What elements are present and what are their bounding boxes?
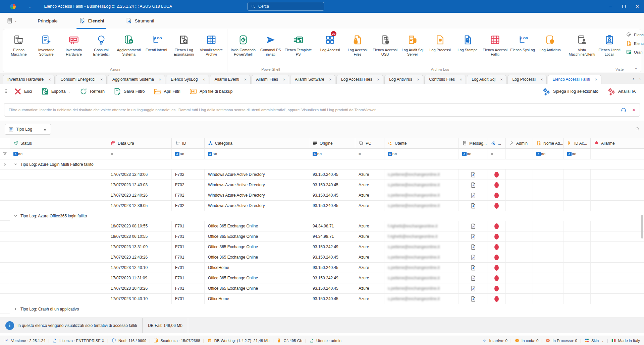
ribbon-item-vista-macchine-utenti[interactable]: Vista Macchine/Utenti — [568, 32, 596, 57]
column-header-messaggio[interactable]: Messag... — [459, 138, 487, 149]
message-a-icon[interactable]: A — [470, 254, 476, 261]
table-row[interactable]: 17/07/2023 12:43:10F701OfficeHome93.150.… — [0, 263, 644, 273]
ribbon-item-aggiornamenti-sistema[interactable]: Aggiornamenti Sistema — [115, 32, 143, 57]
doc-tab-elenco-syslog[interactable]: Elenco SysLog✕ — [166, 75, 209, 84]
filter-cell-admin[interactable] — [506, 149, 533, 159]
grid-search-icon[interactable] — [635, 127, 640, 132]
close-tab-icon[interactable]: ✕ — [595, 78, 597, 81]
close-tab-icon[interactable]: ✕ — [159, 78, 161, 81]
filter-cell-origine[interactable]: aBC — [309, 149, 355, 159]
titlebar-chevron-icon[interactable]: ⌄ — [29, 5, 31, 8]
filter-cell-id[interactable]: aBC — [172, 149, 205, 159]
table-row[interactable]: 17/07/2023 10:43:10F701OfficeHome93.150.… — [0, 294, 644, 304]
column-header-id[interactable]: LOGID — [172, 138, 205, 149]
tab-scroll-right-icon[interactable]: › — [639, 77, 641, 81]
ribbon-item-elenco-syslog[interactable]: LOGElenco SysLog — [509, 32, 536, 52]
app-menu-button[interactable]: ⌄ — [7, 17, 17, 24]
message-a-icon[interactable]: A — [470, 296, 476, 302]
ribbon-item-log-accessi-files[interactable]: Log Accessi Files — [344, 32, 371, 57]
column-header-origine[interactable]: Origine — [309, 138, 355, 149]
doc-tab-aggiornamenti-sistema[interactable]: Aggiornamenti Sistema✕ — [108, 75, 165, 84]
toolbar-button-apri-file-di-backup[interactable]: Apri file di backup — [185, 86, 237, 97]
vertical-scrollbar[interactable] — [641, 215, 643, 238]
message-a-icon[interactable]: A — [470, 192, 476, 199]
chevron-down-icon[interactable] — [13, 214, 18, 218]
tab-scroll-left-icon[interactable]: ‹ — [633, 77, 634, 81]
group-header-row[interactable]: Tipo Log: Azure Office365 login fallito — [0, 211, 644, 221]
ribbon-item-elenco-template-ps[interactable]: Elenco Template PS — [284, 32, 312, 57]
table-row[interactable]: 18/07/2023 06:10:55F701Office 365 Exchan… — [0, 231, 644, 242]
doc-tab-log-audit-sql[interactable]: Log Audit Sql✕ — [467, 75, 506, 84]
close-tab-icon[interactable]: ✕ — [329, 78, 332, 81]
message-a-icon[interactable]: A — [470, 171, 476, 178]
close-tab-icon[interactable]: ✕ — [100, 78, 103, 81]
ribbon-item-eventi-interni[interactable]: LOGEventi Interni — [143, 32, 170, 52]
table-row[interactable]: 17/07/2023 12:43:06F702Windows Azure Act… — [0, 169, 644, 180]
toolbar-button-spiega-il-log-selezionato[interactable]: Spiega il log selezionato — [538, 86, 603, 97]
close-tab-icon[interactable]: ✕ — [540, 78, 543, 81]
ribbon-item-comandi-ps-inviati[interactable]: Comandi PS inviati — [257, 32, 284, 57]
column-header-categoria[interactable]: Categoria — [205, 138, 309, 149]
toolbar-button-analisi-ia[interactable]: Analisi IA — [603, 86, 640, 97]
ribbon-item-elenco-macchine[interactable]: Elenco Macchine — [5, 32, 33, 57]
clear-filter-icon[interactable]: ✕ — [632, 108, 636, 113]
doc-tab-log-processi[interactable]: Log Processi✕ — [507, 75, 547, 84]
ribbon-item-invia-comando-powershell[interactable]: Invia Comando PowerShell — [229, 32, 257, 57]
doc-tab-allarmi-eventi[interactable]: Allarmi Eventi✕ — [210, 75, 251, 84]
ribbon-item-elenco-utenti-locali[interactable]: Elenco Utenti Locali — [596, 32, 623, 57]
chevron-down-icon[interactable] — [13, 162, 18, 166]
filter-cell-nome_ad[interactable]: aBC — [533, 149, 564, 159]
message-a-icon[interactable]: A — [470, 244, 476, 250]
column-header-data_ora[interactable]: Data Ora — [107, 138, 172, 149]
ribbon-link-elenco-sessioni[interactable]: Elenco Sessioni — [626, 32, 644, 38]
table-row[interactable]: 17/07/2023 12:43:03F702Windows Azure Act… — [0, 180, 644, 190]
column-header-pc[interactable]: PC — [355, 138, 384, 149]
ribbon-item-visualizzatore-archivi[interactable]: Visualizzatore Archivi — [198, 32, 225, 57]
filter-cell-allarme[interactable] — [591, 149, 644, 159]
ribbon-item-elenco-log-esportazioni[interactable]: Elenco Log Esportazioni — [170, 32, 198, 57]
message-a-icon[interactable]: A — [470, 265, 476, 271]
ribbon-item-elenco-accessi-usb[interactable]: Elenco Accessi USB — [371, 32, 399, 57]
ribbon-item-log-processi[interactable]: Log Processi — [426, 32, 454, 52]
filter-cell-utente[interactable]: aBC — [384, 149, 459, 159]
app-logo-icon[interactable] — [10, 4, 16, 9]
close-tab-icon[interactable]: ✕ — [500, 78, 503, 81]
toolbar-button-esporta[interactable]: Esporta⌄ — [37, 86, 75, 97]
table-row[interactable]: 18/07/2023 08:10:55F701Office 365 Exchan… — [0, 221, 644, 231]
filter-cell-messaggio[interactable]: aBC — [459, 149, 487, 159]
group-header-row[interactable]: Tipo Log: Azure Login Multi Fattore fall… — [0, 159, 644, 169]
ribbon-link-orari-utenti[interactable]: Orari Utenti — [626, 49, 644, 55]
ribbon-item-inventario-software[interactable]: Inventario Software — [33, 32, 60, 57]
column-header-utente[interactable]: Utente — [384, 138, 459, 149]
chevron-right-icon[interactable] — [13, 307, 18, 311]
close-tab-icon[interactable]: ✕ — [48, 78, 51, 81]
ribbon-item-inventario-hardware[interactable]: Inventario Hardware — [60, 32, 88, 57]
close-tab-icon[interactable]: ✕ — [377, 78, 380, 81]
toolbar-button-refresh[interactable]: Refresh — [75, 86, 109, 97]
message-a-icon[interactable]: A — [470, 285, 476, 292]
ribbon-tab-principale[interactable]: Principale — [38, 13, 58, 29]
toolbar-button-apri-filtri[interactable]: Apri Filtri — [149, 86, 185, 97]
ribbon-tab-strumenti[interactable]: Strumenti — [125, 13, 154, 29]
doc-tab-inventario-hardware[interactable]: Inventario Hardware✕ — [3, 75, 55, 84]
ai-assistant-icon[interactable] — [621, 107, 627, 113]
filter-funnel-icon[interactable] — [0, 149, 10, 159]
filter-cell-status[interactable]: aBC — [10, 149, 107, 159]
column-header-nome_ad[interactable]: Nome Ad... — [533, 138, 564, 149]
doc-tab-log-antivirus[interactable]: Log Antivirus✕ — [384, 75, 423, 84]
table-row[interactable]: 17/07/2023 10:43:26F701Office 365 Exchan… — [0, 283, 644, 294]
message-a-icon[interactable]: A — [470, 275, 476, 281]
column-header-id_ac[interactable]: ID Ac... — [564, 138, 591, 149]
table-row[interactable]: 17/07/2023 12:40:26F702Windows Azure Act… — [0, 190, 644, 201]
doc-tab-consumi-energetici[interactable]: Consumi Energetici✕ — [56, 75, 106, 84]
ribbon-item-consumi-energetici[interactable]: Consumi Energetici — [88, 32, 115, 57]
toolbar-button-esci[interactable]: Esci — [9, 86, 37, 97]
ribbon-item-log-accessi[interactable]: 29Log Accessi — [316, 32, 344, 52]
doc-tab-log-accessi-files[interactable]: Log Accessi Files✕ — [336, 75, 383, 84]
filter-cell-pc[interactable]: = — [355, 149, 384, 159]
doc-tab-allarmi-files[interactable]: Allarmi Files✕ — [252, 75, 289, 84]
ribbon-tab-elenchi[interactable]: {}Elenchi — [78, 13, 104, 29]
table-row[interactable]: 17/07/2023 11:31:09F701Office 365 Exchan… — [0, 273, 644, 283]
group-by-chip[interactable]: Tipo Log — [5, 124, 51, 135]
ribbon-item-log-audit-sql-server[interactable]: Log Audit Sql Server — [399, 32, 426, 57]
